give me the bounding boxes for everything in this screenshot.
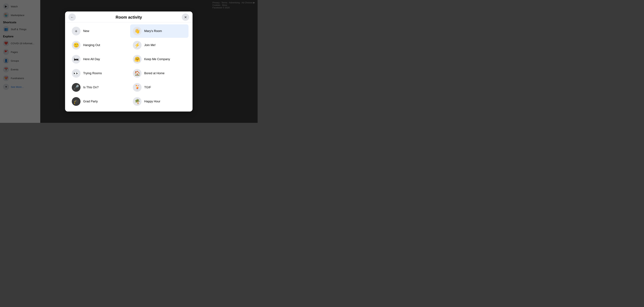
activity-label-tgif: TGIF <box>144 86 151 89</box>
activity-item-tgif[interactable]: 🍹TGIF <box>130 81 188 94</box>
activity-item-trying-rooms[interactable]: 👀Trying Rooms <box>69 66 128 80</box>
activity-label-grad-party: Grad Party <box>83 100 98 103</box>
activity-label-keep-me-company: Keep Me Company <box>144 57 170 61</box>
activity-grid: +New👋Mary's Room🙂Hanging Out⚡Join Me!🛏He… <box>69 24 188 108</box>
activity-item-here-all-day[interactable]: 🛏Here All Day <box>69 52 128 66</box>
activity-label-happy-hour: Happy Hour <box>144 100 160 103</box>
modal-header: ← Room activity ✕ <box>65 11 192 22</box>
activity-label-new: New <box>83 29 89 33</box>
activity-item-grad-party[interactable]: 🎓Grad Party <box>69 95 128 108</box>
activity-label-is-this-on: Is This On? <box>83 86 98 89</box>
activity-icon-marys-room: 👋 <box>133 27 142 35</box>
activity-icon-grad-party: 🎓 <box>72 97 80 106</box>
modal-body: +New👋Mary's Room🙂Hanging Out⚡Join Me!🛏He… <box>65 22 192 111</box>
activity-item-bored-at-home[interactable]: 🏠Bored at Home <box>130 66 188 80</box>
modal-title: Room activity <box>116 15 142 19</box>
activity-label-here-all-day: Here All Day <box>83 57 100 61</box>
close-icon: ✕ <box>184 15 187 19</box>
activity-icon-trying-rooms: 👀 <box>72 69 80 78</box>
activity-icon-tgif: 🍹 <box>133 83 142 92</box>
activity-item-hanging-out[interactable]: 🙂Hanging Out <box>69 38 128 52</box>
activity-label-hanging-out: Hanging Out <box>83 43 100 47</box>
activity-label-marys-room: Mary's Room <box>144 29 162 33</box>
back-icon: ← <box>70 15 74 19</box>
activity-label-trying-rooms: Trying Rooms <box>83 71 102 75</box>
activity-item-marys-room[interactable]: 👋Mary's Room <box>130 24 188 38</box>
activity-icon-bored-at-home: 🏠 <box>133 69 142 78</box>
activity-item-join-me[interactable]: ⚡Join Me! <box>130 38 188 52</box>
activity-item-keep-me-company[interactable]: 🤗Keep Me Company <box>130 52 188 66</box>
activity-icon-is-this-on: 🎤 <box>72 83 80 92</box>
activity-icon-new: + <box>72 27 80 35</box>
activity-icon-join-me: ⚡ <box>133 41 142 49</box>
activity-icon-keep-me-company: 🤗 <box>133 55 142 63</box>
close-button[interactable]: ✕ <box>182 13 189 21</box>
activity-item-is-this-on[interactable]: 🎤Is This On? <box>69 81 128 94</box>
activity-icon-here-all-day: 🛏 <box>72 55 80 63</box>
room-activity-modal: ← Room activity ✕ +New👋Mary's Room🙂Hangi… <box>65 11 192 111</box>
activity-item-new[interactable]: +New <box>69 24 128 38</box>
back-button[interactable]: ← <box>68 13 76 21</box>
activity-icon-happy-hour: 🌴 <box>133 97 142 106</box>
activity-label-bored-at-home: Bored at Home <box>144 71 164 75</box>
activity-item-happy-hour[interactable]: 🌴Happy Hour <box>130 95 188 108</box>
activity-icon-hanging-out: 🙂 <box>72 41 80 49</box>
activity-label-join-me: Join Me! <box>144 43 156 47</box>
